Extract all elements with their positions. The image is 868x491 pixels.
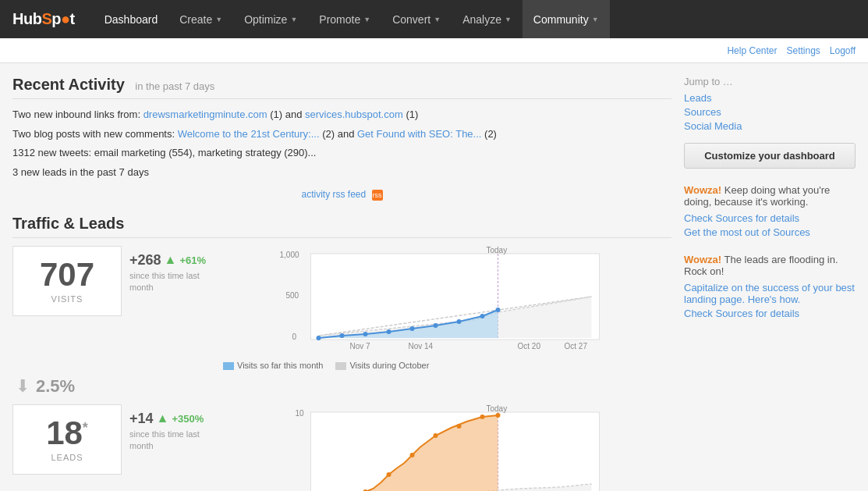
wowza2-title: Wowza! [684,254,721,265]
settings-link[interactable]: Settings [786,45,820,56]
wowza1-link1[interactable]: Check Sources for details [684,212,856,224]
help-center-link[interactable]: Help Center [727,45,777,56]
leads-chart-wrapper: Today 10 0 [223,404,671,491]
svg-point-12 [387,329,391,334]
leads-number: 18* [46,417,88,450]
activity-item-4: 3 new leads in the past 7 days [12,165,671,180]
nav-promote[interactable]: Promote▼ [308,0,381,38]
svg-point-11 [363,332,368,336]
nav-create-arrow: ▼ [215,16,222,23]
svg-point-37 [496,413,501,418]
leads-chart: Today 10 0 [223,404,671,491]
conv-pct: 2.5% [36,376,75,397]
nav-optimize-arrow: ▼ [290,16,297,23]
nav-dashboard[interactable]: Dashboard [94,0,169,38]
nav-create[interactable]: Create▼ [168,0,233,38]
svg-text:Today: Today [487,246,508,254]
topbar: Help Center Settings Logoff [0,38,868,63]
visits-chart-wrapper: Today 1,000 500 0 [223,246,671,370]
traffic-section: Traffic & Leads 707 VISITS +268 ▲ +61% [12,215,671,491]
svg-text:Oct 27: Oct 27 [565,342,588,350]
logo[interactable]: HubSp●t [12,10,75,28]
svg-point-10 [340,333,345,338]
svg-point-34 [434,433,438,438]
nav-community[interactable]: Community▼ [523,0,610,38]
visits-number: 707 [40,258,94,291]
wowza1-link2[interactable]: Get the most out of Sources [684,226,856,238]
sidebar-link-social[interactable]: Social Media [684,120,856,132]
activity-item-2: Two blog posts with new comments: Welcom… [12,126,671,142]
visits-row: 707 VISITS +268 ▲ +61% since this time l… [12,246,671,370]
main-layout: Recent Activity in the past 7 days Two n… [0,63,868,491]
activity-link-services[interactable]: services.hubspot.com [305,109,403,120]
visits-legend-current: Visits so far this month [223,361,323,370]
activity-link-blog1[interactable]: Welcome to the 21st Century:... [178,128,320,140]
leads-row: 18* LEADS +14 ▲ +350% since this time la… [12,404,671,491]
sidebar-link-sources[interactable]: Sources [684,106,856,118]
sidebar-link-leads[interactable]: Leads [684,92,856,104]
logo-text: HubSp●t [12,10,75,28]
svg-point-35 [457,424,462,429]
activity-link-blog2[interactable]: Get Found with SEO: The... [357,128,481,140]
visits-chart: Today 1,000 500 0 [223,246,671,355]
leads-up-arrow: ▲ [157,411,169,425]
leads-change-abs: +14 [129,411,154,427]
nav-optimize[interactable]: Optimize▼ [233,0,308,38]
nav-analyze-arrow: ▼ [505,16,512,23]
visits-change-abs: +268 [129,252,161,269]
svg-text:0: 0 [292,333,297,341]
content-area: Recent Activity in the past 7 days Two n… [12,76,671,491]
activity-link-drews[interactable]: drewsmarketingminute.com [143,109,267,120]
svg-point-15 [457,319,462,324]
traffic-title: Traffic & Leads [12,215,671,233]
svg-point-14 [434,323,438,328]
svg-point-36 [480,415,485,419]
rss-icon: rss [372,190,383,201]
recent-activity-section: Recent Activity in the past 7 days Two n… [12,76,671,201]
svg-point-17 [496,308,501,312]
svg-point-9 [317,336,321,340]
svg-point-33 [410,453,415,457]
leads-sup: * [83,420,88,436]
traffic-divider [12,237,671,238]
leads-change-since: since this time last month [129,429,215,453]
wowza2-text: Wowza! The leads are flooding in. Rock o… [684,254,856,277]
sidebar-wowza-2: Wowza! The leads are flooding in. Rock o… [684,254,856,319]
logoff-link[interactable]: Logoff [830,45,856,56]
leads-label: LEADS [51,453,83,462]
nav-community-arrow: ▼ [592,16,599,23]
nav-items: Dashboard Create▼ Optimize▼ Promote▼ Con… [94,0,856,38]
nav-convert[interactable]: Convert▼ [381,0,452,38]
svg-text:Nov 7: Nov 7 [350,342,371,350]
svg-point-32 [387,472,391,477]
customize-dashboard-button[interactable]: Customize your dashboard [684,143,856,169]
visits-change-since: since this time last month [129,270,215,294]
wowza1-text: Wowza! Keep doing what you're doing, bec… [684,184,856,208]
sidebar-jump-label: Jump to … [684,76,856,87]
nav-analyze[interactable]: Analyze▼ [452,0,523,38]
conversion-row: ⬇ 2.5% [12,376,671,397]
wowza2-link2[interactable]: Check Sources for details [684,308,856,319]
svg-text:1,000: 1,000 [280,251,299,259]
visits-change: +268 ▲ +61% since this time last month [129,246,215,294]
activity-item-3: 1312 new tweets: email marketing (554), … [12,145,671,161]
nav-convert-arrow: ▼ [434,16,441,23]
visits-chart-legend: Visits so far this month Visits during O… [223,361,671,370]
conv-arrow: ⬇ [16,376,30,397]
leads-stat-box: 18* LEADS [12,404,122,475]
svg-text:10: 10 [296,409,305,418]
svg-text:500: 500 [286,291,299,300]
leads-change-pct: +350% [172,413,204,425]
navbar: HubSp●t Dashboard Create▼ Optimize▼ Prom… [0,0,868,38]
svg-point-13 [410,326,415,331]
rss-link[interactable]: activity rss feed [301,189,366,200]
visits-change-pct: +61% [179,254,206,266]
leads-change-row: +14 ▲ +350% [129,411,215,427]
recent-activity-subtitle: in the past 7 days [135,80,214,92]
visits-legend-previous: Visits during October [335,361,429,370]
svg-text:Oct 20: Oct 20 [518,342,541,350]
visits-stat-box: 707 VISITS [12,246,122,316]
svg-text:Today: Today [487,404,508,413]
wowza2-link1[interactable]: Capitalize on the success of your best l… [684,282,856,305]
svg-text:Nov 14: Nov 14 [409,342,434,350]
